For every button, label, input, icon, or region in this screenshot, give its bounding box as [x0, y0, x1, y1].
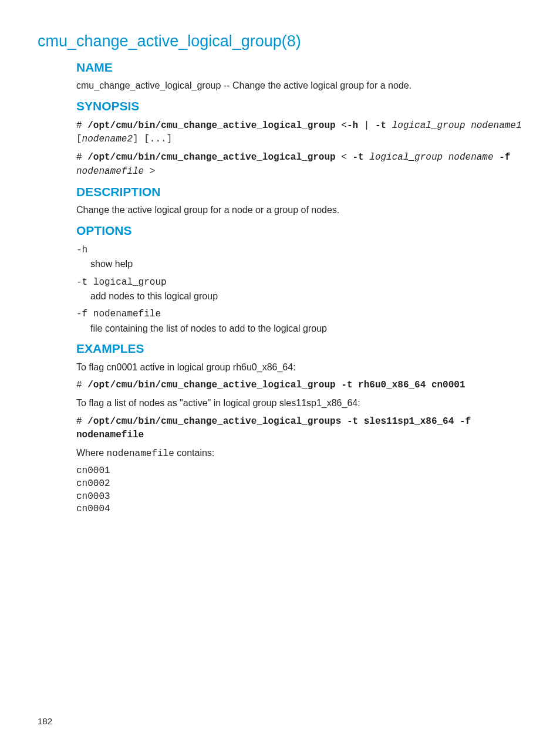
example-command-2: # /opt/cmu/bin/cmu_change_active_logical… [76, 415, 527, 442]
bracket: ] [133, 134, 139, 144]
space [364, 152, 370, 163]
pipe: | [358, 120, 375, 131]
section-heading-description: DESCRIPTION [76, 183, 527, 200]
command: /opt/cmu/bin/cmu_change_active_logical_g… [76, 416, 471, 440]
section-heading-options: OPTIONS [76, 222, 527, 239]
prompt: # [76, 152, 87, 163]
option-h: -h [347, 120, 358, 131]
bracket-open: < [336, 120, 347, 131]
bracket: [ [76, 134, 82, 144]
bracket-close: > [144, 166, 155, 177]
description-text: Change the active logical group for a no… [76, 204, 527, 217]
synopsis-line-2: # /opt/cmu/bin/cmu_change_active_logical… [76, 151, 527, 178]
section-heading-name: NAME [76, 59, 527, 76]
example-intro: To flag a list of nodes as "active" in l… [76, 397, 527, 410]
where-pre: Where [76, 448, 107, 458]
space [443, 152, 448, 163]
option-term: -h [76, 244, 527, 256]
synopsis-line-1: # /opt/cmu/bin/cmu_change_active_logical… [76, 119, 527, 146]
file-contents: cn0001 cn0002 cn0003 cn0004 [76, 465, 527, 515]
ellipsis: [...] [144, 134, 172, 144]
option-definition: show help [90, 258, 527, 271]
content: NAME cmu_change_active_logical_group -- … [76, 59, 527, 516]
section-heading-examples: EXAMPLES [76, 340, 527, 357]
option-definition: file containing the list of nodes to add… [90, 322, 527, 335]
prompt: # [76, 120, 87, 131]
space [386, 120, 392, 131]
space [139, 134, 144, 144]
bracket-open: < [336, 152, 353, 163]
prompt: # [76, 380, 87, 390]
command-path: /opt/cmu/bin/cmu_change_active_logical_g… [87, 152, 335, 163]
arg-nodename1: nodename1 [471, 120, 521, 131]
example-intro: To flag cn0001 active in logical group r… [76, 361, 527, 374]
section-heading-synopsis: SYNOPSIS [76, 97, 527, 114]
arg-nodenamefile: nodenamefile [76, 166, 144, 177]
option-t: -t [375, 120, 386, 131]
option-definition: add nodes to this logical group [90, 290, 527, 303]
arg-nodename2: nodename2 [82, 134, 133, 144]
command: /opt/cmu/bin/cmu_change_active_logical_g… [87, 380, 465, 390]
option-term: -t logical_group [76, 276, 527, 289]
arg-logical-group: logical_group [392, 120, 465, 131]
command-path: /opt/cmu/bin/cmu_change_active_logical_g… [87, 120, 335, 131]
where-post: contains: [174, 448, 214, 458]
where-text: Where nodenamefile contains: [76, 447, 527, 460]
prompt: # [76, 416, 87, 427]
option-term: -f nodenamefile [76, 308, 527, 320]
where-code: nodenamefile [107, 448, 174, 459]
page-title: cmu_change_active_logical_group(8) [38, 31, 527, 53]
example-command-1: # /opt/cmu/bin/cmu_change_active_logical… [76, 379, 527, 392]
option-f: -f [499, 152, 510, 163]
name-text: cmu_change_active_logical_group -- Chang… [76, 79, 527, 92]
option-t: -t [352, 152, 363, 163]
arg-logical-group: logical_group [369, 152, 443, 163]
arg-nodename: nodename [448, 152, 494, 163]
